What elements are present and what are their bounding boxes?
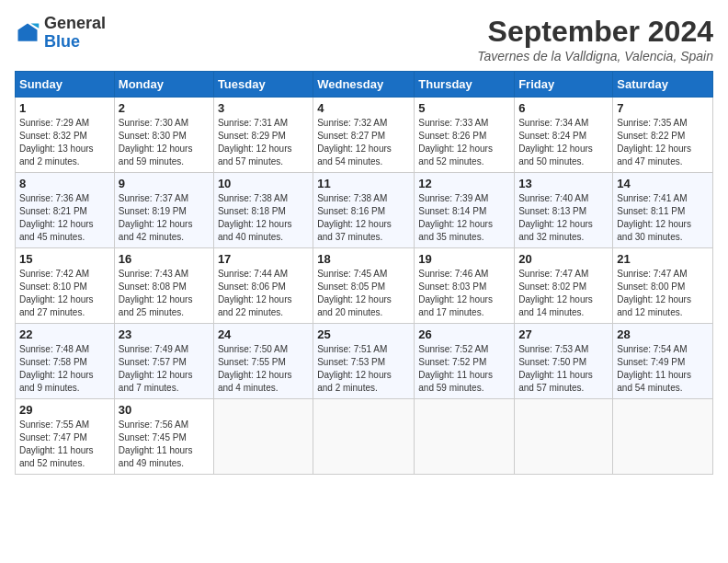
- day-info: Sunrise: 7:36 AM Sunset: 8:21 PM Dayligh…: [19, 192, 110, 244]
- calendar-cell: 22Sunrise: 7:48 AM Sunset: 7:58 PM Dayli…: [16, 324, 115, 399]
- day-number: 15: [19, 252, 110, 266]
- calendar-cell: 26Sunrise: 7:52 AM Sunset: 7:52 PM Dayli…: [415, 324, 515, 399]
- calendar-cell: 10Sunrise: 7:38 AM Sunset: 8:18 PM Dayli…: [213, 173, 313, 248]
- calendar-cell: 12Sunrise: 7:39 AM Sunset: 8:14 PM Dayli…: [415, 173, 515, 248]
- day-info: Sunrise: 7:31 AM Sunset: 8:29 PM Dayligh…: [218, 117, 309, 168]
- day-info: Sunrise: 7:53 AM Sunset: 7:50 PM Dayligh…: [518, 343, 609, 395]
- month-title: September 2024: [477, 15, 713, 49]
- day-info: Sunrise: 7:44 AM Sunset: 8:06 PM Dayligh…: [218, 268, 309, 319]
- calendar-cell: 8Sunrise: 7:36 AM Sunset: 8:21 PM Daylig…: [16, 173, 115, 248]
- day-number: 5: [418, 101, 510, 115]
- calendar-cell: 14Sunrise: 7:41 AM Sunset: 8:11 PM Dayli…: [613, 173, 713, 248]
- day-number: 6: [518, 101, 609, 115]
- day-info: Sunrise: 7:40 AM Sunset: 8:13 PM Dayligh…: [518, 192, 609, 244]
- calendar-cell: 17Sunrise: 7:44 AM Sunset: 8:06 PM Dayli…: [213, 248, 313, 324]
- calendar-cell: 7Sunrise: 7:35 AM Sunset: 8:22 PM Daylig…: [613, 98, 713, 173]
- calendar-cell: 29Sunrise: 7:55 AM Sunset: 7:47 PM Dayli…: [16, 399, 115, 475]
- day-number: 26: [418, 327, 510, 341]
- calendar-cell: 1Sunrise: 7:29 AM Sunset: 8:32 PM Daylig…: [16, 98, 115, 173]
- day-number: 4: [317, 101, 410, 115]
- day-number: 17: [218, 252, 309, 266]
- logo-icon: [15, 20, 40, 46]
- calendar-cell: 15Sunrise: 7:42 AM Sunset: 8:10 PM Dayli…: [16, 248, 115, 324]
- day-info: Sunrise: 7:33 AM Sunset: 8:26 PM Dayligh…: [418, 117, 510, 168]
- title-block: September 2024 Tavernes de la Valldigna,…: [477, 15, 713, 63]
- day-info: Sunrise: 7:38 AM Sunset: 8:16 PM Dayligh…: [317, 192, 410, 244]
- day-number: 22: [19, 327, 110, 341]
- day-info: Sunrise: 7:52 AM Sunset: 7:52 PM Dayligh…: [418, 343, 510, 395]
- day-number: 30: [119, 403, 210, 417]
- day-info: Sunrise: 7:48 AM Sunset: 7:58 PM Dayligh…: [19, 343, 110, 395]
- day-info: Sunrise: 7:47 AM Sunset: 8:02 PM Dayligh…: [518, 268, 609, 319]
- calendar-cell: 20Sunrise: 7:47 AM Sunset: 8:02 PM Dayli…: [515, 248, 613, 324]
- calendar-cell: 5Sunrise: 7:33 AM Sunset: 8:26 PM Daylig…: [415, 98, 515, 173]
- calendar-cell: [213, 399, 313, 475]
- day-number: 7: [617, 101, 709, 115]
- day-info: Sunrise: 7:32 AM Sunset: 8:27 PM Dayligh…: [317, 117, 410, 168]
- day-number: 23: [119, 327, 210, 341]
- calendar-cell: 30Sunrise: 7:56 AM Sunset: 7:45 PM Dayli…: [114, 399, 213, 475]
- day-info: Sunrise: 7:39 AM Sunset: 8:14 PM Dayligh…: [418, 192, 510, 244]
- calendar-cell: [515, 399, 613, 475]
- day-info: Sunrise: 7:43 AM Sunset: 8:08 PM Dayligh…: [119, 268, 210, 319]
- calendar-day-header: Friday: [515, 72, 613, 98]
- day-number: 3: [218, 101, 309, 115]
- calendar-cell: 13Sunrise: 7:40 AM Sunset: 8:13 PM Dayli…: [515, 173, 613, 248]
- calendar-table: SundayMondayTuesdayWednesdayThursdayFrid…: [15, 71, 713, 475]
- day-info: Sunrise: 7:47 AM Sunset: 8:00 PM Dayligh…: [617, 268, 709, 319]
- calendar-cell: 6Sunrise: 7:34 AM Sunset: 8:24 PM Daylig…: [515, 98, 613, 173]
- day-info: Sunrise: 7:55 AM Sunset: 7:47 PM Dayligh…: [19, 419, 110, 470]
- day-number: 21: [617, 252, 709, 266]
- day-number: 20: [518, 252, 609, 266]
- day-number: 24: [218, 327, 309, 341]
- calendar-cell: 28Sunrise: 7:54 AM Sunset: 7:49 PM Dayli…: [613, 324, 713, 399]
- calendar-cell: [613, 399, 713, 475]
- calendar-day-header: Thursday: [415, 72, 515, 98]
- calendar-cell: 11Sunrise: 7:38 AM Sunset: 8:16 PM Dayli…: [313, 173, 415, 248]
- calendar-cell: 9Sunrise: 7:37 AM Sunset: 8:19 PM Daylig…: [114, 173, 213, 248]
- day-info: Sunrise: 7:35 AM Sunset: 8:22 PM Dayligh…: [617, 117, 709, 168]
- calendar-day-header: Sunday: [16, 72, 115, 98]
- day-number: 11: [317, 177, 410, 190]
- day-number: 13: [518, 177, 609, 190]
- day-number: 29: [19, 403, 110, 417]
- day-number: 18: [317, 252, 410, 266]
- day-number: 28: [617, 327, 709, 341]
- logo-text: General Blue: [44, 15, 106, 52]
- calendar-cell: 3Sunrise: 7:31 AM Sunset: 8:29 PM Daylig…: [213, 98, 313, 173]
- day-number: 2: [119, 101, 210, 115]
- day-info: Sunrise: 7:41 AM Sunset: 8:11 PM Dayligh…: [617, 192, 709, 244]
- day-number: 1: [19, 101, 110, 115]
- page-header: General Blue September 2024 Tavernes de …: [15, 15, 713, 63]
- calendar-cell: 23Sunrise: 7:49 AM Sunset: 7:57 PM Dayli…: [114, 324, 213, 399]
- calendar-day-header: Saturday: [613, 72, 713, 98]
- day-number: 14: [617, 177, 709, 190]
- day-number: 10: [218, 177, 309, 190]
- calendar-cell: 27Sunrise: 7:53 AM Sunset: 7:50 PM Dayli…: [515, 324, 613, 399]
- day-info: Sunrise: 7:54 AM Sunset: 7:49 PM Dayligh…: [617, 343, 709, 395]
- calendar-day-header: Tuesday: [213, 72, 313, 98]
- calendar-cell: 2Sunrise: 7:30 AM Sunset: 8:30 PM Daylig…: [114, 98, 213, 173]
- day-info: Sunrise: 7:45 AM Sunset: 8:05 PM Dayligh…: [317, 268, 410, 319]
- calendar-cell: 4Sunrise: 7:32 AM Sunset: 8:27 PM Daylig…: [313, 98, 415, 173]
- day-info: Sunrise: 7:29 AM Sunset: 8:32 PM Dayligh…: [19, 117, 110, 168]
- day-number: 25: [317, 327, 410, 341]
- day-info: Sunrise: 7:38 AM Sunset: 8:18 PM Dayligh…: [218, 192, 309, 244]
- svg-marker-0: [18, 23, 38, 40]
- day-info: Sunrise: 7:42 AM Sunset: 8:10 PM Dayligh…: [19, 268, 110, 319]
- day-info: Sunrise: 7:51 AM Sunset: 7:53 PM Dayligh…: [317, 343, 410, 395]
- calendar-cell: 21Sunrise: 7:47 AM Sunset: 8:00 PM Dayli…: [613, 248, 713, 324]
- day-number: 8: [19, 177, 110, 190]
- calendar-cell: 25Sunrise: 7:51 AM Sunset: 7:53 PM Dayli…: [313, 324, 415, 399]
- day-number: 27: [518, 327, 609, 341]
- day-info: Sunrise: 7:37 AM Sunset: 8:19 PM Dayligh…: [119, 192, 210, 244]
- day-info: Sunrise: 7:56 AM Sunset: 7:45 PM Dayligh…: [119, 419, 210, 470]
- calendar-day-header: Monday: [114, 72, 213, 98]
- calendar-cell: 18Sunrise: 7:45 AM Sunset: 8:05 PM Dayli…: [313, 248, 415, 324]
- calendar-cell: 19Sunrise: 7:46 AM Sunset: 8:03 PM Dayli…: [415, 248, 515, 324]
- logo: General Blue: [15, 15, 106, 52]
- day-number: 16: [119, 252, 210, 266]
- day-info: Sunrise: 7:30 AM Sunset: 8:30 PM Dayligh…: [119, 117, 210, 168]
- calendar-day-header: Wednesday: [313, 72, 415, 98]
- day-number: 19: [418, 252, 510, 266]
